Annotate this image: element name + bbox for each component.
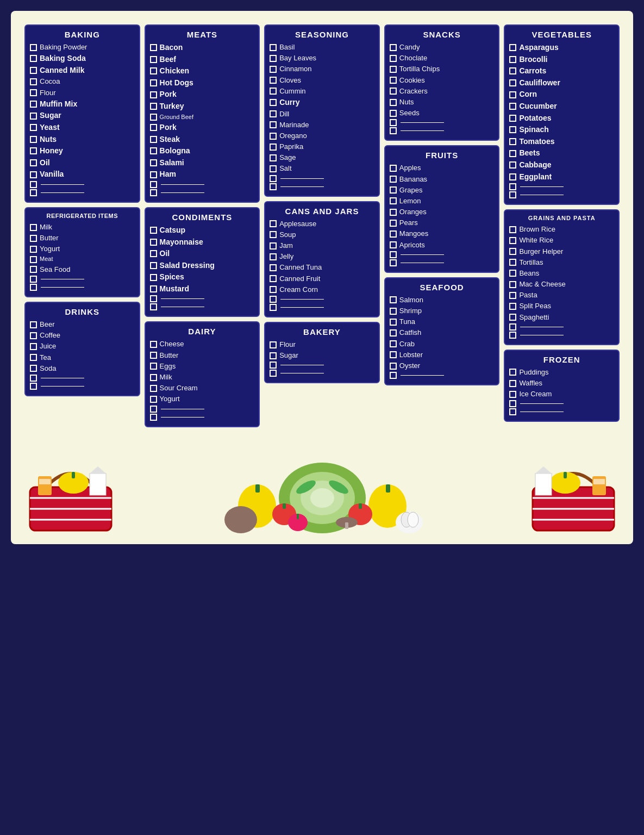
- checkbox[interactable]: [509, 183, 516, 190]
- list-item[interactable]: Beans: [509, 269, 614, 278]
- list-item[interactable]: Oil: [30, 158, 135, 169]
- checkbox[interactable]: [270, 304, 277, 311]
- list-item[interactable]: Cookies: [390, 76, 495, 85]
- list-item[interactable]: Split Peas: [509, 301, 614, 311]
- list-item[interactable]: Pasta: [509, 290, 614, 300]
- checkbox[interactable]: [30, 224, 37, 231]
- list-item[interactable]: Spaghetti: [509, 313, 614, 322]
- list-item[interactable]: [150, 303, 255, 310]
- list-item[interactable]: Hot Dogs: [150, 78, 255, 89]
- list-item[interactable]: [150, 406, 255, 413]
- checkbox[interactable]: [390, 165, 397, 172]
- list-item[interactable]: [509, 408, 614, 415]
- list-item[interactable]: Eggplant: [509, 172, 614, 183]
- checkbox[interactable]: [270, 275, 277, 282]
- list-item[interactable]: Sugar: [270, 351, 374, 360]
- checkbox[interactable]: [30, 343, 37, 350]
- list-item[interactable]: Salt: [270, 164, 374, 173]
- checkbox[interactable]: [390, 77, 397, 84]
- list-item[interactable]: Applesause: [270, 219, 374, 229]
- checkbox[interactable]: [270, 362, 277, 369]
- checkbox[interactable]: [390, 220, 397, 227]
- list-item[interactable]: Cream Corn: [270, 285, 374, 295]
- checkbox[interactable]: [270, 121, 277, 128]
- checkbox[interactable]: [30, 101, 37, 108]
- list-item[interactable]: Candy: [390, 42, 495, 52]
- list-item[interactable]: Marinade: [270, 120, 374, 130]
- list-item[interactable]: Seeds: [390, 108, 495, 118]
- checkbox[interactable]: [30, 44, 37, 51]
- list-item[interactable]: Soup: [270, 230, 374, 240]
- list-item[interactable]: Turkey: [150, 101, 255, 112]
- checkbox[interactable]: [270, 110, 277, 117]
- checkbox[interactable]: [30, 276, 37, 283]
- list-item[interactable]: Cummin: [270, 86, 374, 96]
- list-item[interactable]: Flour: [270, 340, 374, 350]
- list-item[interactable]: [390, 127, 495, 134]
- checkbox[interactable]: [30, 266, 37, 273]
- list-item[interactable]: Crackers: [390, 86, 495, 96]
- checkbox[interactable]: [270, 175, 277, 182]
- checkbox[interactable]: [509, 303, 516, 310]
- list-item[interactable]: Apricots: [390, 240, 495, 250]
- list-item[interactable]: Nuts: [30, 134, 135, 145]
- checkbox[interactable]: [150, 79, 157, 86]
- checkbox[interactable]: [270, 88, 277, 95]
- checkbox[interactable]: [390, 319, 397, 326]
- list-item[interactable]: [509, 323, 614, 331]
- list-item[interactable]: Milk: [150, 372, 255, 382]
- checkbox[interactable]: [150, 250, 157, 257]
- list-item[interactable]: Yogurt: [30, 244, 135, 254]
- list-item[interactable]: [390, 259, 495, 266]
- list-item[interactable]: [270, 296, 374, 303]
- list-item[interactable]: Salad Dressing: [150, 260, 255, 271]
- list-item[interactable]: [30, 383, 135, 390]
- checkbox[interactable]: [270, 286, 277, 293]
- checkbox[interactable]: [30, 136, 37, 143]
- checkbox[interactable]: [390, 251, 397, 258]
- list-item[interactable]: Canned Fruit: [270, 274, 374, 284]
- list-item[interactable]: Sage: [270, 153, 374, 163]
- list-item[interactable]: Chicken: [150, 66, 255, 77]
- list-item[interactable]: Mac & Cheese: [509, 279, 614, 289]
- checkbox[interactable]: [150, 171, 157, 178]
- list-item[interactable]: [270, 362, 374, 369]
- checkbox[interactable]: [30, 171, 37, 178]
- list-item[interactable]: Oyster: [390, 361, 495, 371]
- list-item[interactable]: Soda: [30, 364, 135, 373]
- checkbox[interactable]: [509, 314, 516, 321]
- checkbox[interactable]: [150, 303, 157, 310]
- list-item[interactable]: Spices: [150, 272, 255, 283]
- list-item[interactable]: Flour: [30, 88, 135, 98]
- list-item[interactable]: Coffee: [30, 331, 135, 340]
- checkbox[interactable]: [150, 262, 157, 269]
- list-item[interactable]: [390, 372, 495, 379]
- checkbox[interactable]: [390, 99, 397, 106]
- checkbox[interactable]: [270, 55, 277, 62]
- list-item[interactable]: Salmon: [390, 295, 495, 305]
- list-item[interactable]: Cloves: [270, 76, 374, 85]
- checkbox[interactable]: [509, 270, 516, 277]
- checkbox[interactable]: [390, 241, 397, 248]
- list-item[interactable]: Eggs: [150, 362, 255, 371]
- checkbox[interactable]: [390, 230, 397, 238]
- checkbox[interactable]: [509, 56, 516, 63]
- checkbox[interactable]: [270, 296, 277, 303]
- list-item[interactable]: [150, 414, 255, 421]
- list-item[interactable]: Lobster: [390, 350, 495, 360]
- list-item[interactable]: Cabbage: [509, 160, 614, 171]
- list-item[interactable]: [270, 183, 374, 190]
- list-item[interactable]: Shrimp: [390, 306, 495, 316]
- checkbox[interactable]: [390, 176, 397, 183]
- checkbox[interactable]: [390, 55, 397, 62]
- checkbox[interactable]: [150, 159, 157, 166]
- checkbox[interactable]: [30, 332, 37, 339]
- checkbox[interactable]: [150, 124, 157, 131]
- checkbox[interactable]: [150, 56, 157, 63]
- list-item[interactable]: Potatoes: [509, 113, 614, 124]
- checkbox[interactable]: [270, 133, 277, 140]
- list-item[interactable]: Juice: [30, 341, 135, 351]
- checkbox[interactable]: [270, 352, 277, 359]
- list-item[interactable]: Bologna: [150, 146, 255, 157]
- checkbox[interactable]: [150, 363, 157, 370]
